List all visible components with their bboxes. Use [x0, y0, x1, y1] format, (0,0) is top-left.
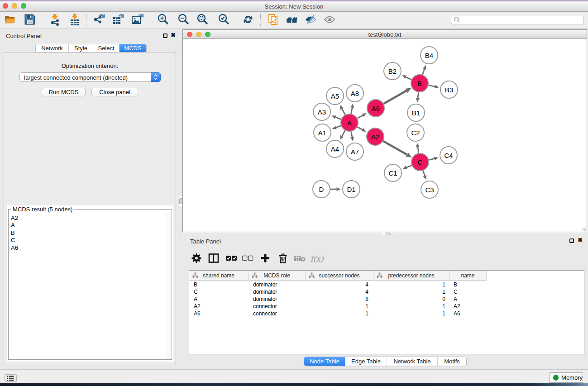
graph-node-C[interactable]: C — [411, 153, 429, 171]
table-row[interactable]: A6connector11A6 — [189, 310, 584, 317]
table-panel-float-button[interactable] — [569, 238, 574, 243]
column-layout-icon[interactable] — [208, 253, 219, 265]
table-cell[interactable]: connector — [249, 310, 306, 317]
graph-node-A2[interactable]: A2 — [367, 128, 384, 145]
graph-edge[interactable] — [358, 115, 363, 118]
save-session-icon[interactable] — [23, 13, 37, 26]
table-cell[interactable]: connector — [249, 303, 306, 310]
tab-edge-table[interactable]: Edge Table — [345, 357, 387, 366]
delete-table-icon[interactable] — [294, 255, 306, 263]
table-row[interactable]: Cdominator41C — [189, 288, 584, 295]
graph-edge[interactable] — [335, 117, 341, 119]
graph-edge[interactable] — [418, 92, 419, 99]
table-cell[interactable]: dominator — [249, 295, 306, 303]
table-cell[interactable]: C — [449, 288, 487, 295]
column-header[interactable]: name — [449, 271, 487, 280]
network-window-titlebar[interactable]: testGlobe.txt — [183, 30, 587, 39]
table-cell[interactable]: A6 — [189, 310, 249, 317]
table-cell[interactable]: B — [189, 281, 249, 288]
search-input[interactable] — [460, 17, 583, 23]
mcds-result-item[interactable]: A2 — [9, 214, 165, 222]
export-network-icon[interactable] — [92, 13, 105, 26]
table-cell[interactable]: B — [449, 281, 487, 288]
graph-node-B4[interactable]: B4 — [421, 47, 438, 64]
graph-edge[interactable] — [351, 132, 353, 138]
graph-edge[interactable] — [383, 91, 407, 104]
table-cell[interactable]: 1 — [373, 310, 449, 317]
column-header[interactable]: predecessor nodes — [373, 271, 449, 280]
table-cell[interactable]: 1 — [373, 281, 449, 288]
tab-style[interactable]: Style — [69, 44, 93, 52]
mcds-result-item[interactable]: A6 — [9, 244, 165, 252]
graph-node-A1[interactable]: A1 — [314, 124, 331, 141]
search-box[interactable] — [451, 15, 584, 24]
table-cell[interactable]: 4 — [306, 288, 373, 295]
graph-edge[interactable] — [423, 171, 425, 176]
table-cell[interactable]: A2 — [189, 303, 249, 310]
graph-node-A3[interactable]: A3 — [313, 103, 330, 120]
table-cell[interactable]: dominator — [249, 281, 306, 288]
resize-grip-icon[interactable] — [580, 225, 586, 231]
graph-node-B1[interactable]: B1 — [407, 104, 425, 121]
mcds-result-item[interactable]: B — [9, 229, 165, 237]
tab-network-table[interactable]: Network Table — [387, 357, 438, 366]
tab-mcds[interactable]: MCDS — [120, 44, 146, 52]
zoom-out-icon[interactable] — [177, 13, 190, 26]
zoom-in-icon[interactable] — [156, 13, 170, 26]
hide-selected-icon[interactable] — [304, 13, 317, 26]
graph-edge[interactable] — [429, 158, 435, 160]
graph-edge[interactable] — [406, 165, 412, 167]
zoom-fit-icon[interactable] — [196, 13, 209, 26]
delete-column-icon[interactable] — [278, 253, 288, 265]
graph-node-A7[interactable]: A7 — [346, 143, 363, 160]
table-cell[interactable]: 1 — [306, 303, 373, 310]
run-mcds-button[interactable]: Run MCDS — [42, 88, 86, 96]
graph-node-A5[interactable]: A5 — [326, 87, 344, 105]
export-image-icon[interactable] — [130, 13, 144, 26]
graph-edge[interactable] — [335, 126, 341, 128]
table-cell[interactable]: A — [449, 295, 487, 303]
show-all-icon[interactable] — [323, 13, 336, 26]
add-column-icon[interactable] — [260, 253, 270, 265]
table-cell[interactable]: 8 — [306, 295, 373, 303]
table-cell[interactable]: A2 — [449, 303, 487, 310]
table-cell[interactable]: 1 — [306, 310, 373, 317]
table-cell[interactable]: 4 — [306, 281, 373, 288]
task-history-button[interactable] — [5, 374, 17, 382]
table-row[interactable]: Bdominator41B — [189, 281, 584, 288]
vertical-split-handle[interactable] — [179, 196, 182, 206]
function-builder-icon[interactable]: f(x) — [310, 254, 323, 263]
graph-node-D1[interactable]: D1 — [343, 181, 360, 198]
table-cell[interactable]: A6 — [449, 310, 487, 317]
criterion-dropdown[interactable]: largest connected component (directed) — [19, 72, 161, 82]
import-table-icon[interactable] — [68, 13, 81, 26]
graph-node-A8[interactable]: A8 — [346, 85, 363, 102]
table-cell[interactable]: dominator — [249, 288, 306, 295]
graph-node-B3[interactable]: B3 — [440, 81, 458, 98]
graph-node-A6[interactable]: A6 — [367, 100, 384, 117]
table-settings-icon[interactable] — [191, 253, 201, 265]
first-neighbors-icon[interactable] — [285, 13, 299, 26]
import-network-icon[interactable] — [48, 13, 62, 26]
graph-edge[interactable] — [383, 141, 407, 155]
tab-network[interactable]: Network — [36, 44, 69, 52]
graph-edge[interactable] — [405, 77, 411, 80]
graph-node-C2[interactable]: C2 — [407, 124, 424, 141]
memory-button[interactable]: Memory — [550, 372, 583, 383]
graph-node-C1[interactable]: C1 — [384, 164, 402, 181]
table-cell[interactable]: C — [189, 288, 249, 295]
table-cell[interactable]: 0 — [373, 295, 449, 303]
graph-node-B2[interactable]: B2 — [384, 62, 401, 80]
table-cell[interactable]: A — [189, 295, 249, 303]
table-row[interactable]: Adominator80A — [189, 295, 584, 303]
graph-edge[interactable] — [342, 131, 345, 137]
column-header[interactable]: MCDS role — [249, 271, 306, 280]
column-header[interactable]: shared name — [189, 271, 249, 280]
table-cell[interactable]: 1 — [373, 288, 449, 295]
graph-edge[interactable] — [351, 107, 353, 114]
graph-node-D[interactable]: D — [313, 181, 330, 198]
network-graph[interactable]: AA1A3A5A8A4A7A6A2BB1B2B3B4CC1C2C3C4DD1 — [183, 39, 587, 232]
mcds-result-list[interactable]: A2ABCA6 — [9, 214, 165, 359]
network-canvas[interactable]: AA1A3A5A8A4A7A6A2BB1B2B3B4CC1C2C3C4DD1 — [183, 39, 587, 232]
graph-edge[interactable] — [422, 68, 425, 75]
